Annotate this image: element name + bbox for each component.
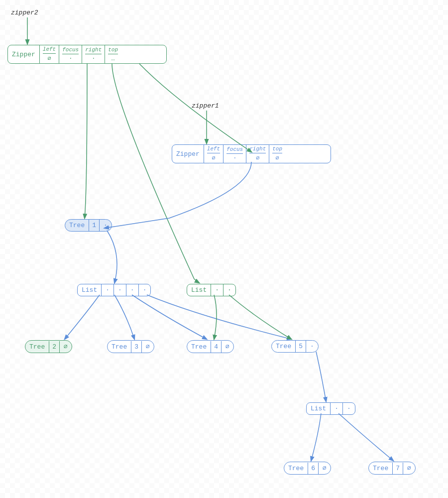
list1-cell3: · (126, 284, 139, 296)
zipper1-label: zipper1 (192, 102, 219, 110)
list2-label: List (187, 284, 211, 296)
tree7-node: Tree 7 ∅ (368, 462, 416, 475)
zipper2-left-header: left (43, 46, 56, 54)
zipper2-focus-header: focus (62, 47, 79, 54)
zipper1-focus-cell: focus · (224, 145, 246, 163)
tree7-ptr: ∅ (403, 462, 415, 474)
zipper1-focus-value: · (233, 155, 236, 162)
list2-node: List · · (187, 284, 236, 296)
zipper2-right-value: · (92, 55, 95, 62)
zipper2-left-value: ∅ (47, 55, 51, 62)
zipper2-focus-cell: focus · (59, 45, 82, 63)
list3-node: List · · (306, 402, 355, 415)
tree5-node: Tree 5 · (271, 340, 319, 353)
tree5-label: Tree (272, 341, 296, 352)
tree2-node: Tree 2 ∅ (25, 340, 72, 353)
tree4-num: 4 (211, 341, 222, 353)
list2-cell2: · (224, 284, 235, 296)
list1-cell4: · (139, 284, 151, 296)
zipper1-right-header: right (249, 146, 266, 153)
tree2-num: 2 (49, 341, 60, 353)
zipper1-focus-header: focus (226, 146, 243, 154)
tree3-label: Tree (108, 341, 131, 353)
zipper1-left-cell: left ∅ (204, 145, 224, 163)
list2-cell1: · (211, 284, 224, 296)
zipper2-right-header: right (85, 47, 102, 54)
tree6-num: 6 (308, 463, 319, 474)
zipper1-top-header: top (272, 146, 282, 153)
zipper2-top-cell: top … (105, 45, 121, 63)
tree4-ptr: ∅ (222, 341, 233, 353)
tree1-label: Tree (65, 220, 89, 231)
tree7-num: 7 (393, 463, 403, 474)
zipper2-box: Zipper left ∅ focus · right · top … (7, 45, 167, 64)
tree6-label: Tree (284, 463, 308, 474)
tree7-label: Tree (369, 463, 393, 474)
list3-cell2: · (343, 403, 355, 414)
zipper2-label: zipper2 (11, 9, 38, 16)
zipper2-type-label: Zipper (8, 45, 40, 63)
zipper1-right-value: ∅ (256, 154, 259, 162)
tree2-ptr: ∅ (60, 341, 72, 353)
zipper2-focus-value: · (69, 55, 72, 62)
tree4-node: Tree 4 ∅ (187, 340, 234, 353)
tree3-ptr: ∅ (142, 341, 154, 353)
tree2-label: Tree (25, 341, 49, 353)
zipper2-right-cell: right · (82, 45, 105, 63)
zipper1-left-header: left (207, 146, 220, 153)
zipper2-top-value: … (112, 55, 115, 62)
zipper1-top-cell: top ∅ (269, 145, 285, 163)
tree1-node: Tree 1 · (65, 219, 112, 232)
zipper2-top-header: top (108, 47, 118, 54)
tree6-node: Tree 6 ∅ (284, 462, 331, 475)
list1-label: List (78, 284, 102, 296)
tree6-ptr: ∅ (319, 462, 331, 474)
tree5-num: 5 (296, 341, 306, 352)
zipper2-left-cell: left ∅ (40, 45, 59, 63)
tree1-num: 1 (89, 220, 100, 231)
zipper1-left-value: ∅ (212, 154, 215, 162)
zipper1-top-value: ∅ (276, 154, 279, 162)
tree5-ptr: · (306, 341, 318, 352)
list1-cell1: · (102, 284, 114, 296)
arrows-svg (0, 0, 448, 498)
list3-label: List (307, 403, 331, 414)
list1-node: List · · · · (77, 284, 151, 296)
zipper1-right-cell: right ∅ (246, 145, 269, 163)
zipper1-box: Zipper left ∅ focus · right ∅ top ∅ (172, 144, 331, 163)
list3-cell1: · (331, 403, 343, 414)
zipper1-type-label: Zipper (172, 145, 204, 163)
tree3-node: Tree 3 ∅ (107, 340, 154, 353)
list1-cell2: · (114, 284, 126, 296)
tree1-ptr: · (100, 220, 112, 231)
tree4-label: Tree (187, 341, 211, 353)
tree3-num: 3 (131, 341, 142, 353)
